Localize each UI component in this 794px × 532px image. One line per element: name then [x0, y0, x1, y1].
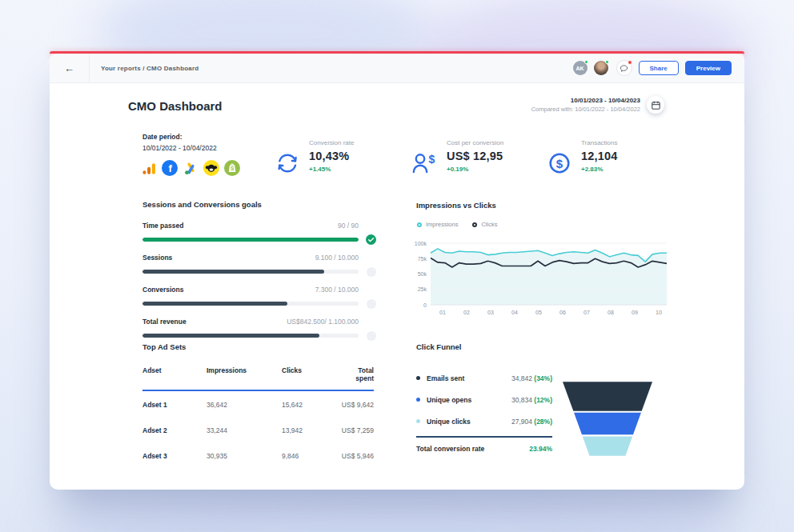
funnel-segment[interactable] — [583, 436, 633, 455]
top-bar: ← Your reports / CMO Dashboard AK Share … — [50, 54, 744, 83]
pending-dot — [366, 298, 376, 309]
funnel-segment[interactable] — [574, 413, 641, 434]
compared-date-range: Compared with: 10/01/2022 - 10/04/2022 — [531, 106, 640, 113]
svg-text:100k: 100k — [415, 241, 427, 246]
legend-label: Impressions — [426, 221, 458, 228]
svg-text:09: 09 — [632, 310, 638, 315]
preview-button[interactable]: Preview — [685, 61, 732, 75]
calendar-icon[interactable] — [647, 96, 664, 114]
current-date-range: 10/01/2023 - 10/04/2023 — [531, 97, 640, 104]
kpi-delta: +1.45% — [309, 166, 354, 173]
funnel-total-value: 23.94% — [529, 445, 552, 453]
pending-dot — [366, 330, 376, 341]
kpi-value: US$ 12,95 — [447, 150, 503, 162]
svg-text:75k: 75k — [418, 256, 427, 262]
series-dot — [416, 398, 420, 402]
svg-text:03: 03 — [487, 310, 494, 315]
dollar-circle-icon: $ — [547, 151, 571, 178]
google-analytics-icon[interactable] — [141, 160, 157, 176]
page-title: CMO Dashboard — [128, 99, 223, 113]
adsets-body: Adset 136,64215,642US$ 9,642Adset 233,24… — [142, 391, 374, 468]
adsets-title: Top Ad Sets — [142, 342, 374, 351]
kpi-label: Cost per conversion — [447, 139, 503, 146]
google-ads-icon[interactable] — [182, 160, 198, 176]
table-cell: 30,935 — [207, 452, 282, 460]
goal-row: Total revenueUS$842.500/ 1.100.000 — [142, 318, 376, 341]
kpi-transactions: $ Transactions 12,104 +2.83% — [547, 139, 618, 178]
impressions-clicks-chart[interactable]: 025k50k75k100k01020304050607080910 — [408, 235, 672, 322]
funnel-row: Emails sent34,842 (34%) — [416, 371, 552, 385]
column-header: Total spent — [341, 366, 374, 382]
svg-text:$: $ — [429, 153, 435, 166]
date-compare-block: 10/01/2023 - 10/04/2023 Compared with: 1… — [531, 96, 664, 114]
online-status-dot — [605, 60, 609, 64]
svg-text:07: 07 — [583, 310, 590, 315]
svg-text:10: 10 — [656, 310, 662, 315]
table-row: Adset 233,24413,942US$ 7,259 — [142, 417, 374, 442]
funnel-total-label: Total conversion rate — [416, 445, 484, 453]
progress-bar — [142, 238, 359, 242]
avatar[interactable] — [594, 61, 608, 75]
legend-item-clicks[interactable]: Clicks — [472, 221, 497, 228]
svg-text:01: 01 — [439, 310, 446, 315]
goal-row: Time passed90 / 90 — [142, 222, 376, 245]
goals-title: Sessions and Conversions goals — [142, 200, 376, 209]
svg-text:08: 08 — [608, 310, 614, 315]
svg-text:S: S — [231, 166, 235, 171]
adsets-section: Top Ad Sets AdsetImpressionsClicksTotal … — [142, 342, 374, 468]
funnel-segment[interactable] — [563, 382, 652, 411]
funnel-title: Click Funnel — [416, 342, 461, 351]
column-header: Impressions — [207, 366, 282, 382]
date-compare-text: 10/01/2023 - 10/04/2023 Compared with: 1… — [531, 97, 640, 113]
table-cell: Adset 3 — [142, 452, 207, 460]
progress-bar — [142, 270, 359, 274]
svg-text:0: 0 — [423, 302, 427, 308]
table-cell: US$ 9,642 — [341, 401, 374, 409]
topbar-actions: AK Share Preview — [567, 60, 744, 76]
legend-ring — [417, 222, 422, 227]
pending-dot — [366, 266, 376, 277]
adsets-header-row: AdsetImpressionsClicksTotal spent — [142, 366, 374, 391]
progress-bar — [142, 334, 359, 338]
table-row: Adset 330,9359,846US$ 5,946 — [142, 442, 374, 468]
table-cell: 13,942 — [282, 426, 341, 434]
column-header: Clicks — [282, 366, 341, 382]
legend-item-impressions[interactable]: Impressions — [417, 221, 458, 228]
share-button[interactable]: Share — [639, 61, 679, 75]
table-cell: 36,642 — [207, 401, 282, 409]
progress-bar — [142, 302, 359, 306]
avatar[interactable]: AK — [573, 61, 587, 75]
shopify-icon[interactable]: S — [224, 160, 240, 176]
chat-icon[interactable] — [616, 60, 632, 76]
kpi-label: Conversion rate — [309, 139, 354, 146]
back-arrow-icon[interactable]: ← — [50, 54, 90, 82]
chart-title: Impressions vs Clicks — [416, 201, 496, 210]
funnel-row: Unique clicks27,904 (28%) — [416, 414, 552, 428]
connected-sources: f S — [141, 160, 240, 176]
kpi-conversion-rate: Conversion rate 10,43% +1.45% — [275, 139, 354, 178]
kpi-value: 10,43% — [309, 150, 354, 162]
funnel-divider — [416, 436, 552, 438]
date-period-value: 10/01/2022 - 10/04/2022 — [142, 144, 217, 152]
svg-text:04: 04 — [511, 310, 518, 315]
goal-row: Conversions7.300 / 10.000 — [142, 286, 376, 309]
kpi-delta: +2.83% — [581, 166, 618, 173]
kpi-value: 12,104 — [581, 150, 618, 162]
mailchimp-icon[interactable] — [203, 160, 219, 176]
date-period-block: Date period: 10/01/2022 - 10/04/2022 — [142, 133, 217, 152]
kpi-cost-per-conversion: $ Cost per conversion US$ 12,95 +0.19% — [411, 139, 503, 178]
facebook-ads-icon[interactable]: f — [162, 160, 178, 176]
svg-text:f: f — [168, 162, 172, 174]
online-status-dot — [584, 60, 588, 64]
goals-section: Sessions and Conversions goals Time pass… — [142, 200, 376, 350]
funnel-rows: Emails sent34,842 (34%)Unique opens30,83… — [416, 371, 552, 428]
breadcrumb[interactable]: Your reports / CMO Dashboard — [101, 65, 198, 72]
table-cell: US$ 5,946 — [341, 452, 374, 460]
user-dollar-icon: $ — [411, 151, 437, 178]
kpi-label: Transactions — [581, 139, 618, 146]
svg-text:50k: 50k — [418, 271, 427, 277]
table-cell: Adset 2 — [142, 426, 207, 434]
goal-row: Sessions9.100 / 10.000 — [142, 254, 376, 277]
click-funnel-chart[interactable] — [563, 382, 652, 456]
table-cell: Adset 1 — [142, 401, 207, 409]
